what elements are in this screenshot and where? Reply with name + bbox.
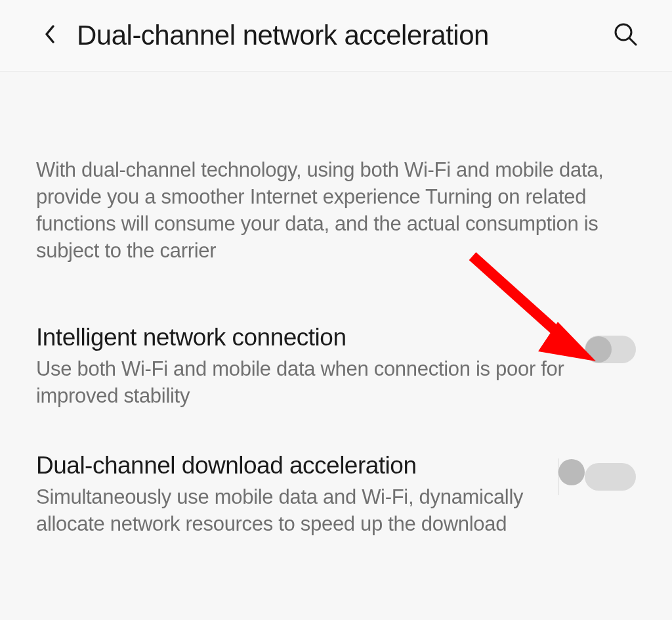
setting-dual-channel-download[interactable]: Dual-channel download acceleration Simul… (36, 452, 636, 538)
toggle-intelligent-network[interactable] (585, 336, 636, 363)
page-header: Dual-channel network acceleration (0, 0, 672, 72)
search-icon (613, 22, 638, 49)
toggle-knob (558, 459, 585, 485)
back-button[interactable] (39, 25, 60, 46)
setting-title: Dual-channel download acceleration (36, 452, 577, 479)
setting-title: Intelligent network connection (36, 324, 577, 351)
chevron-left-icon (44, 24, 56, 47)
svg-line-1 (629, 38, 636, 45)
page-title: Dual-channel network acceleration (77, 20, 612, 51)
setting-description: Use both Wi-Fi and mobile data when conn… (36, 356, 577, 410)
toggle-dual-channel-download[interactable] (585, 463, 636, 491)
toggle-knob (585, 336, 612, 363)
setting-description: Simultaneously use mobile data and Wi-Fi… (36, 484, 577, 538)
vertical-divider (558, 458, 558, 495)
setting-intelligent-network[interactable]: Intelligent network connection Use both … (36, 324, 636, 410)
intro-description: With dual-channel technology, using both… (36, 157, 636, 265)
content-area: With dual-channel technology, using both… (0, 72, 672, 538)
search-button[interactable] (612, 22, 639, 49)
